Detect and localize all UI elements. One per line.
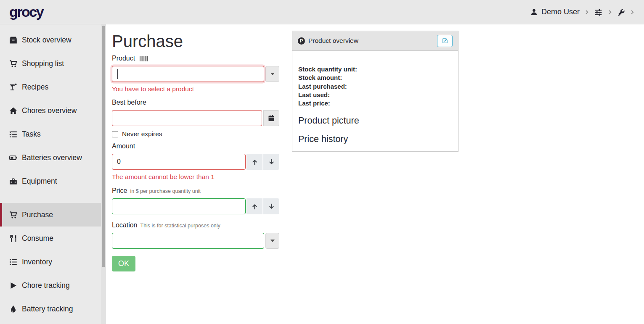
admin-tools-menu[interactable]: [617, 8, 625, 16]
sidebar-item-recipes[interactable]: Recipes: [0, 75, 106, 99]
never-expires-label: Never expires: [122, 130, 162, 138]
sidebar-item-stock-overview[interactable]: Stock overview: [0, 28, 106, 52]
sidebar-item-label: Battery tracking: [22, 305, 73, 313]
utensils-icon: [9, 234, 17, 242]
sidebar-item-chores-overview[interactable]: Chores overview: [0, 99, 106, 122]
chevron-right-icon: [584, 9, 589, 15]
user-menu[interactable]: Demo User: [530, 8, 580, 16]
topbar-menu: Demo User: [530, 8, 635, 16]
best-before-label: Best before: [112, 99, 146, 106]
last-purchased-label: Last purchased:: [298, 82, 452, 91]
sidebar-item-label: Consume: [22, 234, 53, 243]
location-label: Location: [112, 221, 138, 229]
amount-error-text: The amount cannot be lower than 1: [112, 173, 279, 181]
price-hint: in $ per purchase quantity unit: [130, 188, 200, 194]
sidebar-item-label: Batteries overview: [22, 153, 82, 162]
best-before-form-group: Best before Never expires: [112, 99, 279, 138]
user-name: Demo User: [541, 8, 580, 16]
battery-icon: [9, 154, 17, 162]
product-overview-card: P Product overview Stock quantity unit: …: [292, 31, 458, 152]
shopping-cart-icon: [9, 60, 17, 68]
location-input[interactable]: [112, 233, 264, 249]
chevron-right-icon: [607, 9, 612, 15]
text-cursor: [117, 69, 118, 79]
amount-form-group: Amount The amount cannot be lower than 1: [112, 142, 279, 181]
product-error-text: You have to select a product: [112, 85, 279, 93]
price-label: Price: [112, 187, 127, 194]
product-dropdown-button[interactable]: [265, 66, 279, 82]
cocktail-icon: [9, 83, 17, 91]
sidebar-item-shopping-list[interactable]: Shopping list: [0, 52, 106, 75]
arrow-up-icon: [252, 159, 258, 165]
sidebar-item-label: Chores overview: [22, 106, 77, 115]
sidebar-item-purchase[interactable]: Purchase: [0, 203, 106, 227]
app-logo[interactable]: grocy: [9, 4, 43, 20]
sidebar: Stock overview Shopping list Recipes Cho…: [0, 24, 106, 324]
caret-down-icon: [270, 240, 275, 242]
edit-icon: [442, 37, 448, 44]
product-picture-heading: Product picture: [298, 116, 452, 126]
list-icon: [9, 258, 17, 266]
arrow-down-icon: [268, 203, 275, 210]
amount-decrement-button[interactable]: [263, 154, 279, 170]
barcode-icon: [140, 56, 148, 61]
stock-amount-label: Stock amount:: [298, 74, 452, 82]
toolbox-icon: [9, 177, 17, 185]
location-hint: This is for statistical purposes only: [140, 223, 220, 229]
never-expires-checkbox[interactable]: [112, 131, 118, 137]
product-overview-title: Product overview: [308, 37, 358, 45]
arrow-down-icon: [268, 159, 275, 165]
page-title: Purchase: [112, 32, 183, 51]
sidebar-item-label: Stock overview: [22, 36, 72, 45]
price-form-group: Pricein $ per purchase quantity unit: [112, 187, 279, 214]
caret-down-icon: [270, 73, 275, 75]
arrow-up-icon: [252, 203, 258, 210]
product-overview-header: P Product overview: [292, 31, 458, 51]
sidebar-item-label: Inventory: [22, 258, 52, 266]
sidebar-item-label: Recipes: [22, 83, 48, 92]
sidebar-item-label: Equipment: [22, 177, 57, 186]
sidebar-item-equipment[interactable]: Equipment: [0, 169, 106, 193]
amount-increment-button[interactable]: [246, 154, 262, 170]
sidebar-scrollbar-thumb[interactable]: [102, 26, 105, 267]
location-dropdown-button[interactable]: [265, 233, 279, 249]
home-icon: [9, 107, 17, 115]
sidebar-item-battery-tracking[interactable]: Battery tracking: [0, 297, 106, 321]
calendar-button[interactable]: [263, 110, 279, 126]
tasks-icon: [9, 130, 17, 138]
last-used-label: Last used:: [298, 91, 452, 99]
product-input[interactable]: [112, 66, 264, 82]
shopping-cart-icon: [9, 211, 17, 219]
chevron-right-icon: [630, 9, 635, 15]
best-before-input[interactable]: [112, 110, 262, 126]
edit-product-button[interactable]: [437, 35, 453, 47]
price-increment-button[interactable]: [246, 198, 262, 214]
sidebar-item-consume[interactable]: Consume: [0, 227, 106, 250]
sidebar-item-chore-tracking[interactable]: Chore tracking: [0, 274, 106, 297]
price-decrement-button[interactable]: [263, 198, 279, 214]
amount-label: Amount: [112, 142, 135, 150]
wrench-icon: [617, 8, 625, 16]
play-icon: [9, 282, 17, 290]
sidebar-item-label: Tasks: [22, 130, 41, 139]
location-form-group: LocationThis is for statistical purposes…: [112, 221, 279, 249]
product-label: Product: [112, 55, 135, 62]
product-circle-icon: P: [298, 37, 305, 45]
product-form-group: Product You have to select a product: [112, 55, 279, 93]
ok-button[interactable]: OK: [112, 256, 135, 271]
sidebar-item-inventory[interactable]: Inventory: [0, 250, 106, 274]
sliders-icon: [594, 8, 603, 16]
droplet-icon: [9, 305, 17, 313]
amount-input[interactable]: [112, 154, 246, 170]
price-history-heading: Price history: [298, 134, 452, 145]
price-input[interactable]: [112, 198, 246, 214]
sidebar-item-tasks[interactable]: Tasks: [0, 122, 106, 146]
stock-quantity-unit-label: Stock quantity unit:: [298, 65, 452, 74]
main-content: Purchase Product You have to select a pr…: [106, 24, 644, 324]
user-icon: [530, 8, 538, 16]
sidebar-item-batteries-overview[interactable]: Batteries overview: [0, 146, 106, 169]
manage-data-menu[interactable]: [594, 8, 603, 16]
sidebar-item-label: Chore tracking: [22, 281, 70, 290]
calendar-icon: [268, 115, 275, 121]
sidebar-item-label: Purchase: [22, 211, 53, 219]
